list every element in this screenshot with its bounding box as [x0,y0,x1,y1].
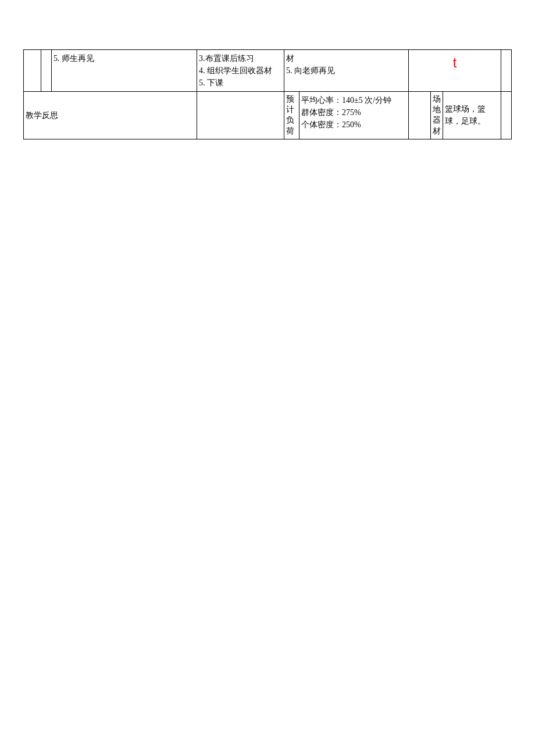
char: 材 [433,126,441,137]
equipment-text: 篮球场，篮球，足球。 [445,105,486,126]
char: 预 [286,94,297,105]
char: 计 [286,105,297,115]
group-density-line: 群体密度：275% [301,106,406,119]
cell-equipment-content: 篮球场，篮球，足球。 [443,92,501,139]
cell-r1-c8 [501,50,512,92]
cell-load-content: 平均心率：140±5 次/分钟 群体密度：275% 个体密度：250% [299,92,409,139]
cell-reflection-content [197,92,284,139]
lesson-plan-table: 5. 师生再见 3.布置课后练习 4. 组织学生回收器材 5. 下课 材 5. … [23,49,512,139]
cell-empty [409,92,431,139]
red-t-glyph: t [453,55,457,70]
heart-rate-line: 平均心率：140±5 次/分钟 [301,94,406,106]
cell-r1-c4: 3.布置课后练习 4. 组织学生回收器材 5. 下课 [197,50,284,92]
char: 场 [433,94,441,105]
cell-r1-c3: 5. 师生再见 [52,50,197,92]
table-row-1: 5. 师生再见 3.布置课后练习 4. 组织学生回收器材 5. 下课 材 5. … [24,50,512,92]
individual-density-line: 个体密度：250% [301,119,406,131]
cell-r2-end [501,92,512,139]
char: 荷 [286,126,297,137]
cell-r1-c1 [24,50,41,92]
char: 地 [433,105,441,115]
cell-equipment-label: 场 地 器 材 [431,92,443,139]
cell-load-label: 预 计 负 荷 [284,92,299,139]
table-row-2: 教学反思 预 计 负 荷 平均心率：140±5 次/分钟 群体密度：275% 个… [24,92,512,139]
cell-r1-c5: 材 5. 向老师再见 [284,50,409,92]
cell-reflection-label: 教学反思 [24,92,197,139]
cell-r1-icon: t [409,50,501,92]
text-line: 3.布置课后练习 4. 组织学生回收器材 5. 下课 [199,54,272,87]
reflection-label: 教学反思 [26,111,58,120]
char: 负 [286,115,297,126]
char: 器 [433,115,441,126]
text-line: 材 5. 向老师再见 [286,54,335,75]
cell-r1-c2 [41,50,52,92]
